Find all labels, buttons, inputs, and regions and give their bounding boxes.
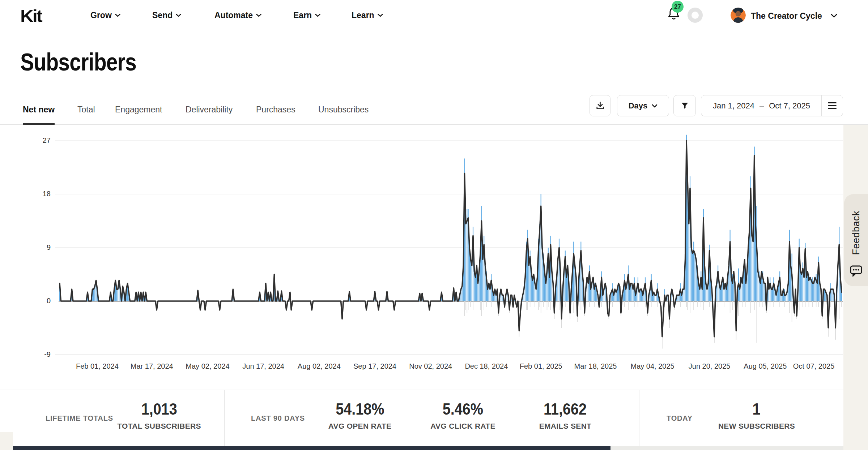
x-axis-label: Sep 17, 2024: [346, 362, 404, 370]
x-axis-label: Jun 20, 2025: [681, 362, 739, 370]
stat-value: 11,662: [544, 400, 587, 419]
stat-avg-click-rate: 5.46% AVG CLICK RATE: [409, 400, 517, 430]
chevron-down-icon[interactable]: [831, 14, 837, 18]
date-range-start: Jan 1, 2024: [713, 101, 754, 111]
nav-item-label: Learn: [352, 10, 374, 20]
subscribers-dashboard: 271890-9Feb 01, 2024Mar 17, 2024May 02, …: [0, 0, 868, 450]
nav-item-automate[interactable]: Automate: [214, 0, 261, 31]
tab-total[interactable]: Total: [77, 95, 95, 125]
divider: [821, 95, 822, 116]
chart-options-button[interactable]: [822, 102, 843, 109]
tab-engagement[interactable]: Engagement: [115, 95, 162, 125]
date-range-field[interactable]: Jan 1, 2024 – Oct 7, 2025: [701, 101, 822, 111]
y-axis-label: -9: [29, 350, 51, 359]
stat-label: AVG OPEN RATE: [306, 422, 414, 430]
y-axis-label: 9: [29, 243, 51, 252]
chevron-down-icon: [115, 14, 120, 17]
tab-purchases[interactable]: Purchases: [256, 95, 295, 125]
stat-value: 54.18%: [336, 400, 384, 419]
nav-item-label: Automate: [214, 10, 253, 20]
download-button[interactable]: [590, 95, 610, 116]
stat-label: AVG CLICK RATE: [409, 422, 517, 430]
feedback-label: Feedback: [851, 211, 862, 255]
x-axis-label: Mar 18, 2025: [567, 362, 625, 370]
filter-button[interactable]: [673, 95, 696, 116]
tab-unsubscribes[interactable]: Unsubscribes: [318, 95, 369, 125]
speech-bubble-icon: [849, 264, 863, 278]
stat-label: EMAILS SENT: [511, 422, 620, 430]
nav-item-label: Earn: [293, 10, 312, 20]
y-axis-label: 0: [29, 297, 51, 305]
x-axis-label: Feb 01, 2024: [68, 362, 126, 370]
stat-value: 1,013: [141, 400, 177, 419]
y-axis-label: 27: [29, 136, 51, 145]
page-gutter: [0, 432, 13, 450]
nav-item-grow[interactable]: Grow: [90, 0, 120, 31]
chevron-down-icon: [315, 14, 320, 17]
stat-avg-open-rate: 54.18% AVG OPEN RATE: [306, 400, 414, 430]
interval-dropdown-label: Days: [629, 101, 648, 111]
tab-net-new[interactable]: Net new: [23, 95, 55, 125]
top-nav: Kit Grow Send Automate Earn Learn 27: [0, 0, 868, 31]
stat-value: 5.46%: [443, 400, 483, 419]
nav-item-earn[interactable]: Earn: [293, 0, 320, 31]
notification-count-badge[interactable]: 27: [672, 1, 684, 13]
stats-divider: [0, 390, 868, 390]
date-range-separator: –: [760, 101, 764, 111]
x-axis-label: Nov 02, 2024: [402, 362, 460, 370]
nav-item-label: Send: [152, 10, 173, 20]
divider: [639, 390, 639, 446]
x-axis-label: Jun 17, 2024: [234, 362, 292, 370]
chevron-down-icon: [256, 14, 261, 17]
nav-item-send[interactable]: Send: [152, 0, 181, 31]
chevron-down-icon: [378, 14, 383, 17]
x-axis-label: Dec 18, 2024: [458, 362, 515, 370]
x-axis-label: May 02, 2024: [179, 362, 237, 370]
x-axis-label: Oct 07, 2025: [785, 362, 843, 370]
stat-group-label-last-90-days: LAST 90 DAYS: [251, 414, 305, 423]
next-section-edge: [610, 446, 843, 450]
chevron-down-icon: [652, 104, 658, 108]
nav-item-label: Grow: [90, 10, 112, 20]
stat-label: TOTAL SUBSCRIBERS: [105, 422, 213, 430]
x-axis-label: Mar 17, 2024: [123, 362, 181, 370]
date-range-control[interactable]: Jan 1, 2024 – Oct 7, 2025: [701, 95, 843, 116]
menu-icon: [828, 102, 837, 109]
page-title: Subscribers: [20, 48, 136, 76]
progress-ring-icon[interactable]: [688, 8, 703, 23]
account-switcher[interactable]: The Creator Cycle: [751, 11, 822, 21]
feedback-tab[interactable]: Feedback: [844, 194, 868, 286]
stat-value: 1: [753, 400, 761, 419]
x-axis-label: Feb 01, 2025: [512, 362, 570, 370]
interval-dropdown[interactable]: Days: [617, 95, 669, 116]
nav-item-learn[interactable]: Learn: [352, 0, 383, 31]
tab-deliverability[interactable]: Deliverability: [186, 95, 233, 125]
stat-emails-sent: 11,662 EMAILS SENT: [511, 400, 620, 430]
stat-total-subscribers: 1,013 TOTAL SUBSCRIBERS: [105, 400, 213, 430]
divider: [224, 390, 225, 446]
stat-label: NEW SUBSCRIBERS: [702, 422, 811, 430]
filter-icon: [680, 101, 689, 110]
stat-group-label-today: TODAY: [667, 414, 693, 423]
download-icon: [595, 101, 605, 111]
next-section-edge: [13, 446, 610, 450]
page-gutter: [843, 125, 868, 450]
avatar[interactable]: [731, 8, 746, 23]
stat-group-label-lifetime: LIFETIME TOTALS: [46, 414, 113, 423]
kit-logo[interactable]: Kit: [20, 6, 42, 26]
stat-new-subscribers: 1 NEW SUBSCRIBERS: [702, 400, 811, 430]
y-axis-label: 18: [29, 190, 51, 198]
x-axis-label: Aug 02, 2024: [290, 362, 348, 370]
x-axis-label: May 04, 2025: [624, 362, 681, 370]
chevron-down-icon: [176, 14, 181, 17]
date-range-end: Oct 7, 2025: [769, 101, 810, 111]
